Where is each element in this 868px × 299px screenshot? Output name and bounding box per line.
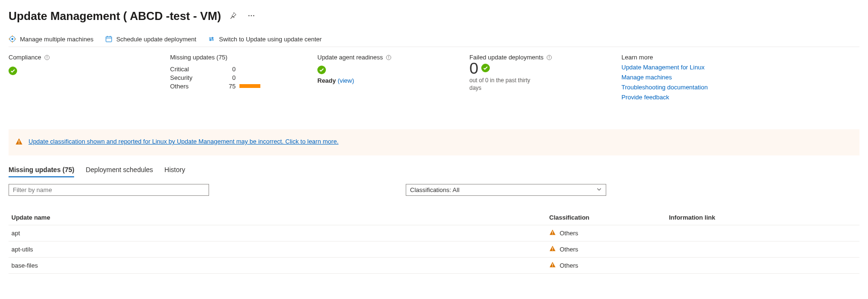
cell-update-name: base-files <box>9 258 546 274</box>
agent-readiness-card: Update agent readiness Ready (view) <box>317 54 469 84</box>
learn-more-title: Learn more <box>621 54 653 61</box>
missing-critical-label: Critical <box>170 66 222 73</box>
agent-readiness-title: Update agent readiness <box>317 54 383 61</box>
switch-update-center-label: Switch to Update using update center <box>219 36 322 43</box>
col-header-info-link[interactable]: Information link <box>666 210 859 225</box>
table-row[interactable]: apt-utils Others <box>9 241 859 258</box>
cell-classification: Others <box>560 262 578 269</box>
cell-info-link <box>666 258 859 274</box>
info-icon[interactable] <box>386 55 391 60</box>
learn-more-card: Learn more Update Management for Linux M… <box>621 54 859 101</box>
svg-rect-22 <box>19 140 19 143</box>
warning-icon <box>15 138 23 147</box>
manage-machines-label: Manage multiple machines <box>20 36 94 43</box>
missing-security-label: Security <box>170 74 222 81</box>
svg-rect-29 <box>552 266 553 267</box>
swap-icon <box>208 35 215 43</box>
svg-point-2 <box>253 15 255 16</box>
classification-warning-link[interactable]: Update classification shown and reported… <box>29 138 339 145</box>
learn-link-troubleshooting[interactable]: Troubleshooting documentation <box>621 84 859 91</box>
svg-point-1 <box>251 15 252 16</box>
failed-deployments-subtext: out of 0 in the past thirty days <box>469 77 536 92</box>
compliance-ok-icon <box>9 67 17 75</box>
more-icon[interactable] <box>246 11 257 22</box>
tab-missing-updates[interactable]: Missing updates (75) <box>9 166 74 177</box>
svg-rect-24 <box>552 231 553 233</box>
failed-deployments-card: Failed update deployments 0 out of 0 in … <box>469 54 621 92</box>
missing-others-row: Others 75 <box>170 82 317 90</box>
table-row[interactable]: base-files Others <box>9 258 859 274</box>
cell-update-name: apt <box>9 225 546 241</box>
compliance-title: Compliance <box>9 54 41 61</box>
svg-point-0 <box>248 15 250 16</box>
agent-ok-icon <box>317 66 326 74</box>
svg-rect-9 <box>106 37 112 42</box>
cell-classification: Others <box>560 246 578 253</box>
classifications-dropdown[interactable]: Classifications: All <box>406 184 606 196</box>
schedule-deployment-button[interactable]: Schedule update deployment <box>105 35 196 43</box>
info-icon[interactable] <box>546 55 552 60</box>
svg-rect-27 <box>552 250 553 251</box>
classification-warning-banner: Update classification shown and reported… <box>9 129 859 155</box>
missing-critical-row: Critical 0 <box>170 65 317 73</box>
gear-icon <box>9 35 16 43</box>
tab-deployment-schedules[interactable]: Deployment schedules <box>86 166 153 177</box>
cell-info-link <box>666 241 859 258</box>
svg-point-4 <box>11 38 13 40</box>
schedule-deployment-label: Schedule update deployment <box>116 36 196 43</box>
classifications-dropdown-label: Classifications: All <box>410 186 459 193</box>
svg-rect-26 <box>552 247 553 249</box>
learn-link-feedback[interactable]: Provide feedback <box>621 94 859 101</box>
warning-icon <box>549 261 556 270</box>
missing-security-value: 0 <box>222 74 236 81</box>
svg-rect-25 <box>552 234 553 234</box>
svg-point-21 <box>549 56 550 57</box>
pin-icon[interactable] <box>228 11 239 22</box>
learn-link-manage-machines[interactable]: Manage machines <box>621 74 859 81</box>
content-tabs: Missing updates (75) Deployment schedule… <box>9 166 859 177</box>
missing-updates-card: Missing updates (75) Critical 0 Security… <box>170 54 317 90</box>
svg-rect-28 <box>552 263 553 265</box>
command-bar: Manage multiple machines Schedule update… <box>9 35 859 47</box>
learn-link-linux[interactable]: Update Management for Linux <box>621 64 859 71</box>
cell-update-name: apt-utils <box>9 241 546 258</box>
svg-point-18 <box>389 56 389 57</box>
failed-ok-icon <box>481 64 490 72</box>
chevron-down-icon <box>596 186 602 193</box>
table-row[interactable]: apt Others <box>9 225 859 241</box>
calendar-icon <box>105 35 113 43</box>
svg-rect-23 <box>19 143 19 144</box>
filter-by-name-input[interactable] <box>9 184 209 196</box>
cell-classification: Others <box>560 230 578 237</box>
manage-machines-button[interactable]: Manage multiple machines <box>9 35 94 43</box>
tab-history[interactable]: History <box>164 166 185 177</box>
svg-point-15 <box>47 56 47 57</box>
compliance-card: Compliance <box>9 54 170 75</box>
col-header-classification[interactable]: Classification <box>546 210 666 225</box>
missing-others-value: 75 <box>222 83 236 90</box>
missing-updates-table: Update name Classification Information l… <box>9 210 859 274</box>
agent-view-link[interactable]: (view) <box>338 77 354 84</box>
failed-deployments-count: 0 <box>469 60 478 76</box>
missing-updates-title: Missing updates (75) <box>170 54 228 61</box>
missing-security-row: Security 0 <box>170 73 317 82</box>
warning-icon <box>549 229 556 237</box>
cell-info-link <box>666 225 859 241</box>
agent-ready-label: Ready <box>317 77 336 84</box>
col-header-update-name[interactable]: Update name <box>9 210 546 225</box>
warning-icon <box>549 245 556 253</box>
switch-update-center-button[interactable]: Switch to Update using update center <box>208 35 322 43</box>
missing-others-label: Others <box>170 83 222 90</box>
info-icon[interactable] <box>44 55 50 60</box>
failed-deployments-title: Failed update deployments <box>469 54 544 61</box>
page-title: Update Management ( ABCD -test - VM) <box>9 10 221 23</box>
missing-critical-value: 0 <box>222 66 236 73</box>
missing-others-bar <box>239 84 260 88</box>
